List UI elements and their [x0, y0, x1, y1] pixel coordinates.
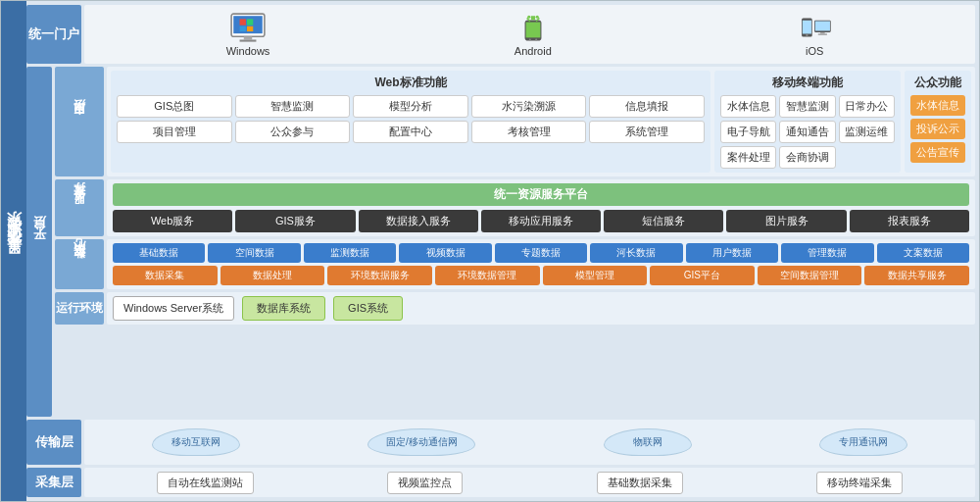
platform-inner: 应用层 Web标准功能 GIS总图 智慧监测 模型分析 水污染溯源 信息填报 [55, 67, 975, 417]
android-platform: Android [514, 12, 552, 57]
collect-btn-basic: 基础数据采集 [597, 472, 683, 494]
svg-rect-18 [803, 20, 811, 33]
cloud-fixed-net: 固定/移动通信网 [368, 428, 475, 456]
service-content: 统一资源服务平台 Web服务 GIS服务 数据接入服务 移动应用服务 短信服务 … [107, 179, 975, 236]
svg-point-19 [807, 33, 808, 35]
data-btn-mgmt: 管理数据 [781, 243, 873, 263]
public-func-title: 公众功能 [910, 75, 965, 91]
data-btn-monitor: 监测数据 [304, 243, 396, 263]
content-area: 统一门户 [26, 1, 979, 501]
mobile-btn-notify: 通知通告 [779, 121, 835, 143]
windows-label: Windows [226, 45, 270, 57]
mobile-func-grid: 水体信息 智慧监测 日常办公 电子导航 通知通告 监测运维 案件处理 会商协调 [720, 95, 895, 169]
collect-btn-video: 视频监控点 [387, 472, 463, 494]
service-platform-title: 统一资源服务平台 [113, 183, 969, 206]
ios-icon [796, 12, 833, 43]
runtime-gis: GIS系统 [333, 296, 403, 321]
service-gis: GIS服务 [235, 210, 355, 232]
web-func-row2: 项目管理 公众参与 配置中心 考核管理 系统管理 [117, 121, 705, 143]
data-btn-model-mgmt: 模型管理 [543, 266, 648, 285]
portal-label: 统一门户 [26, 5, 81, 64]
collection-label: 采集层 [26, 468, 81, 497]
runtime-layer: 运行环境 Windows Server系统 数据库系统 GIS系统 [55, 292, 975, 325]
collection-layer: 采集层 自动在线监测站 视频监控点 基础数据采集 移动终端采集 [26, 468, 975, 497]
func-btn-gis: GIS总图 [117, 95, 232, 118]
runtime-db: 数据库系统 [242, 296, 325, 321]
web-func-area: Web标准功能 GIS总图 智慧监测 模型分析 水污染溯源 信息填报 项目管理 … [111, 71, 710, 173]
svg-rect-10 [529, 39, 531, 41]
ios-platform: iOS [796, 12, 833, 57]
svg-rect-6 [240, 26, 246, 31]
data-btn-share: 数据共享服务 [864, 266, 969, 285]
data-content: 基础数据 空间数据 监测数据 视频数据 专题数据 河长数据 用户数据 管理数据 … [107, 239, 975, 289]
data-btn-user: 用户数据 [686, 243, 778, 263]
data-btn-doc: 文案数据 [877, 243, 969, 263]
data-btn-gis-platform: GIS平台 [650, 266, 755, 285]
data-btn-env-mgmt: 环境数据管理 [435, 266, 540, 285]
cloud-shape-1: 移动互联网 [152, 428, 240, 456]
svg-rect-23 [818, 33, 827, 34]
func-btn-smart-monitor: 智慧监测 [235, 95, 351, 118]
web-func-title: Web标准功能 [117, 75, 705, 91]
service-row: Web服务 GIS服务 数据接入服务 移动应用服务 短信服务 图片服务 报表服务 [113, 210, 969, 232]
svg-rect-12 [531, 16, 535, 20]
service-layer: 服务支撑 统一资源服务平台 Web服务 GIS服务 数据接入服务 移动应用服务 … [55, 179, 975, 236]
svg-rect-7 [247, 26, 253, 31]
mobile-btn-water: 水体信息 [720, 95, 776, 118]
mobile-btn-meeting: 会商协调 [779, 146, 835, 169]
ios-label: iOS [806, 45, 823, 57]
cloud-mobile-net: 移动互联网 [152, 428, 240, 456]
func-btn-review: 考核管理 [471, 121, 587, 143]
public-func-area: 公众功能 水体信息 投诉公示 公告宣传 [905, 71, 971, 173]
mobile-func-area: 移动终端功能 水体信息 智慧监测 日常办公 电子导航 通知通告 监测运维 案件处… [714, 71, 901, 173]
collection-content: 自动在线监测站 视频监控点 基础数据采集 移动终端采集 [84, 468, 975, 497]
runtime-layer-label: 运行环境 [55, 292, 104, 325]
mobile-btn-ops: 监测运维 [839, 121, 895, 143]
mobile-func-title: 移动终端功能 [720, 75, 895, 91]
svg-rect-11 [535, 39, 537, 41]
service-sms: 短信服务 [604, 210, 723, 232]
cloud-shape-4: 专用通讯网 [819, 428, 907, 456]
data-btn-video: 视频数据 [399, 243, 491, 263]
func-btn-pollution: 水污染溯源 [471, 95, 587, 118]
data-btn-topic: 专题数据 [495, 243, 587, 263]
svg-rect-9 [525, 23, 540, 38]
func-btn-model: 模型分析 [353, 95, 468, 118]
data-btn-process: 数据处理 [220, 266, 325, 285]
windows-icon [229, 12, 267, 43]
system-label: 黑臭水体监测体系 [1, 1, 26, 501]
platform-wrapper: 平台层 应用层 Web标准功能 GIS总图 智慧监测 模型分析 水 [26, 67, 975, 417]
svg-rect-5 [247, 20, 253, 25]
mobile-btn-smart: 智慧监测 [779, 95, 835, 118]
svg-rect-2 [244, 36, 252, 39]
func-btn-project: 项目管理 [117, 121, 232, 143]
svg-rect-22 [820, 32, 825, 34]
pub-btn-water: 水体信息 [910, 95, 965, 116]
mobile-btn-office: 日常办公 [839, 95, 895, 118]
mobile-btn-navi: 电子导航 [720, 121, 776, 143]
data-row2: 数据采集 数据处理 环境数据服务 环境数据管理 模型管理 GIS平台 空间数据管… [113, 266, 969, 285]
svg-rect-4 [240, 20, 246, 25]
portal-row: 统一门户 [26, 5, 975, 64]
data-btn-spatial: 空间数据 [208, 243, 300, 263]
data-btn-basic: 基础数据 [113, 243, 205, 263]
app-layer-label: 应用层 [55, 67, 104, 176]
svg-point-15 [527, 16, 530, 19]
android-label: Android [514, 45, 552, 57]
collect-btn-mobile: 移动终端采集 [816, 472, 903, 494]
service-data-access: 数据接入服务 [359, 210, 478, 232]
main-diagram: 黑臭水体监测体系 统一门户 [0, 0, 980, 502]
func-btn-system: 系统管理 [589, 121, 705, 143]
app-content: Web标准功能 GIS总图 智慧监测 模型分析 水污染溯源 信息填报 项目管理 … [107, 67, 975, 176]
cloud-special-net: 专用通讯网 [819, 428, 907, 456]
func-btn-public: 公众参与 [235, 121, 351, 143]
service-web: Web服务 [113, 210, 232, 232]
service-mobile-app: 移动应用服务 [481, 210, 601, 232]
data-btn-collect: 数据采集 [113, 266, 218, 285]
func-btn-config: 配置中心 [353, 121, 468, 143]
data-layer-label: 数据中心 [55, 239, 104, 289]
pub-btn-notice: 公告宣传 [910, 142, 965, 163]
data-row1: 基础数据 空间数据 监测数据 视频数据 专题数据 河长数据 用户数据 管理数据 … [113, 243, 969, 263]
service-report: 报表服务 [850, 210, 969, 232]
runtime-content: Windows Server系统 数据库系统 GIS系统 [107, 292, 975, 325]
